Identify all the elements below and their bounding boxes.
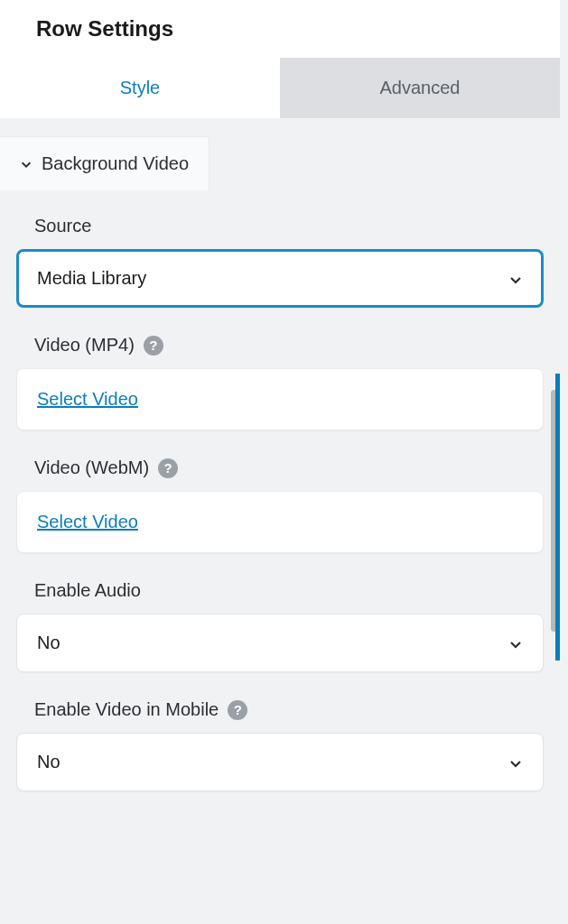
field-video-webm: Video (WebM) ? Select Video [16, 457, 544, 553]
label-text: Source [34, 216, 91, 236]
video-mp4-box: Select Video [16, 368, 544, 430]
select-value: No [37, 633, 61, 653]
tabs: Style Advanced [0, 58, 560, 118]
label-text: Enable Video in Mobile [34, 699, 219, 720]
field-source: Source Media Library [16, 216, 544, 308]
help-icon[interactable]: ? [158, 458, 178, 478]
row-settings-panel: Row Settings Style Advanced Background V… [0, 0, 560, 924]
source-select[interactable]: Media Library [16, 249, 544, 308]
select-value: No [37, 752, 61, 772]
enable-video-mobile-select[interactable]: No [16, 733, 544, 791]
section-title: Background Video [42, 153, 189, 174]
field-label-source: Source [16, 216, 544, 236]
help-icon[interactable]: ? [228, 700, 247, 720]
enable-audio-select[interactable]: No [16, 614, 544, 672]
label-text: Video (WebM) [34, 457, 149, 478]
chevron-down-icon [20, 158, 33, 171]
select-video-webm-link[interactable]: Select Video [37, 512, 138, 531]
help-icon[interactable]: ? [144, 336, 163, 356]
field-label-video-mp4: Video (MP4) ? [16, 335, 544, 356]
field-video-mp4: Video (MP4) ? Select Video [16, 335, 544, 430]
section-background-video[interactable]: Background Video [0, 136, 210, 190]
select-video-mp4-link[interactable]: Select Video [37, 389, 138, 409]
field-enable-audio: Enable Audio No [16, 580, 544, 672]
chevron-down-icon [508, 755, 523, 770]
right-accent [555, 374, 560, 661]
video-webm-box: Select Video [16, 491, 544, 553]
label-text: Video (MP4) [34, 335, 135, 356]
tab-style[interactable]: Style [0, 58, 280, 118]
chevron-down-icon [508, 272, 523, 286]
field-enable-video-mobile: Enable Video in Mobile ? No [16, 699, 544, 791]
chevron-down-icon [508, 636, 523, 651]
tab-advanced[interactable]: Advanced [280, 58, 560, 118]
field-label-enable-audio: Enable Audio [16, 580, 544, 601]
label-text: Enable Audio [34, 580, 141, 601]
field-label-video-webm: Video (WebM) ? [16, 457, 544, 478]
form-body: Source Media Library Video (MP4) ? Selec… [0, 190, 560, 827]
select-value: Media Library [37, 268, 146, 289]
field-label-enable-video-mobile: Enable Video in Mobile ? [16, 699, 544, 720]
panel-title: Row Settings [0, 0, 560, 58]
